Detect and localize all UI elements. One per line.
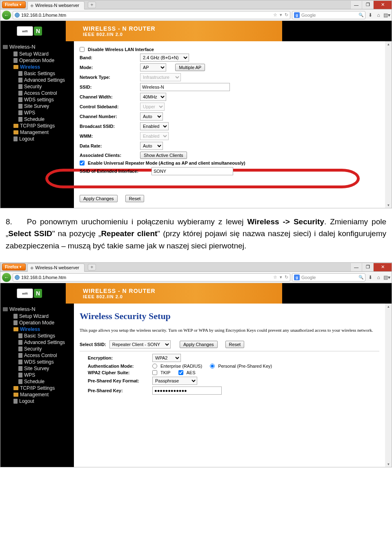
new-tab-button[interactable]: + — [88, 2, 96, 8]
sidebar-item-basic[interactable]: Basic Settings — [0, 70, 74, 77]
sidebar-item-mgmt[interactable]: Management — [0, 391, 74, 398]
auth-psk-radio[interactable] — [210, 364, 215, 369]
pskfmt-select[interactable]: Passphrase — [152, 377, 197, 385]
para-a: Po ponownym uruchomieniu i połączeniu wy… — [27, 217, 247, 226]
sidebar-item-tcpip[interactable]: TCP/IP Settings — [0, 123, 74, 129]
sidebar-item-access[interactable]: Access Control — [0, 90, 74, 96]
sidebar-item-logout[interactable]: Logout — [0, 136, 74, 142]
back-button[interactable]: ← — [2, 273, 11, 282]
search-icon[interactable]: 🔍 — [359, 13, 363, 17]
close-button[interactable]: ✕ — [373, 1, 392, 9]
minimize-button[interactable]: — — [350, 263, 362, 271]
new-tab-button[interactable]: + — [88, 264, 96, 270]
sidebar-item-wireless[interactable]: Wireless — [0, 326, 74, 333]
url-bar[interactable]: 192.168.0.1/home.htm ☆ ▾ ↻ — [13, 11, 290, 19]
browser-tab[interactable]: ◈ Wireless-N webserver — [27, 1, 85, 9]
sidebar-item-setup[interactable]: Setup Wizard — [0, 313, 74, 319]
page-icon — [18, 84, 22, 89]
reset-button-2[interactable]: Reset — [225, 341, 245, 348]
apply-button-2[interactable]: Apply Changes — [180, 341, 218, 348]
sidebar-root[interactable]: Wireless-N — [0, 305, 74, 313]
encryption-select[interactable]: WPA2 — [152, 354, 181, 362]
home-icon[interactable]: ⌂ — [375, 12, 382, 18]
select-ssid-dropdown[interactable]: Repeater Client - SONY — [109, 340, 171, 348]
home-icon[interactable]: ⌂ — [375, 274, 382, 281]
close-button[interactable]: ✕ — [373, 263, 392, 271]
browser-tab[interactable]: ◈ Wireless-N webserver — [27, 264, 85, 272]
sidebar-item-basic[interactable]: Basic Settings — [0, 333, 74, 339]
sidebar-item-survey[interactable]: Site Survey — [0, 103, 74, 109]
scrollbar[interactable]: ▴ ▾ — [385, 304, 392, 467]
scroll-up-icon[interactable]: ▴ — [388, 304, 390, 309]
star-icon[interactable]: ☆ — [273, 12, 277, 18]
reload-icon[interactable]: ↻ — [285, 275, 288, 280]
rate-select[interactable]: Auto — [140, 142, 163, 150]
sidebar-item-advanced[interactable]: Advanced Settings — [0, 339, 74, 346]
sidebar-root[interactable]: Wireless-N — [0, 43, 74, 51]
sidebar-item-mgmt[interactable]: Management — [0, 129, 74, 136]
star-icon[interactable]: ☆ — [273, 275, 277, 280]
urm-checkbox[interactable] — [80, 161, 85, 165]
sidebar-item-security[interactable]: Security — [0, 346, 74, 352]
header-line2: IEEE 802.IIN 2.0 — [83, 32, 156, 37]
band-select[interactable]: 2.4 GHz (B+G+N) — [140, 54, 189, 62]
sidebar-item-wds[interactable]: WDS settings — [0, 96, 74, 103]
mode-label: Mode: — [80, 65, 137, 70]
sidebar-item-opmode[interactable]: Operation Mode — [0, 319, 74, 326]
bcast-select[interactable]: Enabled — [140, 122, 169, 130]
firefox-menu-button[interactable]: Firefox▾ — [2, 1, 26, 8]
bookmarks-icon[interactable]: ▤▾ — [383, 12, 390, 18]
scroll-down-icon[interactable]: ▾ — [388, 461, 390, 467]
show-clients-button[interactable]: Show Active Clients — [140, 152, 187, 159]
psk-input[interactable] — [152, 386, 222, 395]
psk-label: Pre-Shared Key: — [88, 388, 149, 393]
reload-icon[interactable]: ↻ — [285, 12, 288, 18]
scrollbar[interactable]: ▴ ▾ — [385, 41, 392, 208]
sidebar-item-wds[interactable]: WDS settings — [0, 359, 74, 365]
dropdown-icon[interactable]: ▾ — [280, 12, 282, 18]
sidebar-item-wps[interactable]: WPS — [0, 109, 74, 116]
ssid-input[interactable] — [140, 83, 230, 91]
sidebar-item-tcpip[interactable]: TCP/IP Settings — [0, 385, 74, 391]
bookmarks-icon[interactable]: ▤▾ — [383, 274, 390, 281]
url-bar[interactable]: 192.168.0.1/home.htm ☆ ▾ ↻ — [13, 273, 290, 281]
search-box[interactable]: g Google 🔍 — [292, 273, 365, 281]
sidebar-item-schedule[interactable]: Schedule — [0, 116, 74, 123]
urm-row: Enable Universal Repeater Mode (Acting a… — [80, 161, 379, 165]
scroll-up-icon[interactable]: ▴ — [388, 41, 390, 47]
n-badge: N — [34, 289, 42, 298]
auth-radius-radio[interactable] — [152, 364, 157, 369]
ext-ssid-input[interactable] — [151, 167, 233, 175]
sidebar-item-opmode[interactable]: Operation Mode — [0, 57, 74, 64]
mode-select[interactable]: AP — [140, 63, 166, 71]
sidebar-item-advanced[interactable]: Advanced Settings — [0, 77, 74, 83]
sidebar-item-wps[interactable]: WPS — [0, 372, 74, 378]
sidebar-item-wireless[interactable]: Wireless — [0, 64, 74, 70]
search-box[interactable]: g Google 🔍 — [292, 11, 365, 19]
scroll-down-icon[interactable]: ▾ — [388, 202, 390, 208]
intro-text: This page allows you setup the wireless … — [80, 327, 379, 333]
tkip-checkbox[interactable] — [152, 370, 157, 375]
chwidth-select[interactable]: 40MHz — [140, 93, 166, 101]
sidebar-item-logout[interactable]: Logout — [0, 398, 74, 404]
sidebar-item-survey[interactable]: Site Survey — [0, 365, 74, 372]
search-icon[interactable]: 🔍 — [359, 275, 363, 279]
apply-button[interactable]: Apply Changes — [80, 195, 118, 202]
dropdown-icon[interactable]: ▾ — [280, 275, 282, 280]
download-icon[interactable]: ⬇ — [367, 12, 374, 18]
firefox-menu-button[interactable]: Firefox▾ — [2, 264, 26, 270]
sidebar-item-setup[interactable]: Setup Wizard — [0, 51, 74, 57]
sidebar-item-schedule[interactable]: Schedule — [0, 378, 74, 385]
maximize-button[interactable]: ❐ — [362, 263, 373, 271]
maximize-button[interactable]: ❐ — [362, 1, 373, 9]
chnum-select[interactable]: Auto — [140, 112, 163, 121]
sidebar-item-security[interactable]: Security — [0, 83, 74, 90]
disable-wlan-checkbox[interactable] — [80, 47, 85, 52]
download-icon[interactable]: ⬇ — [367, 274, 374, 281]
minimize-button[interactable]: — — [350, 1, 362, 9]
multiple-ap-button[interactable]: Multiple AP — [175, 64, 205, 71]
back-button[interactable]: ← — [2, 11, 11, 20]
reset-button[interactable]: Reset — [125, 195, 145, 202]
aes-checkbox[interactable] — [178, 370, 183, 375]
sidebar-item-access[interactable]: Access Control — [0, 352, 74, 359]
